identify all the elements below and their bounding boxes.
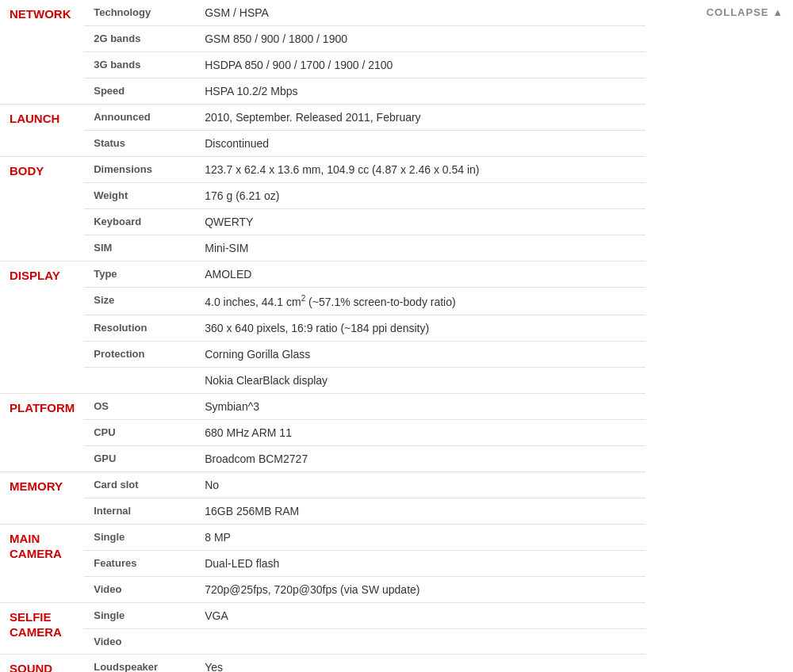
section-label-selfie-camera: SELFIE CAMERA (0, 602, 84, 654)
row-label: Resolution (84, 315, 195, 341)
row-value: Discontinued (195, 131, 646, 157)
row-label: Single (84, 602, 195, 628)
row-label: Speed (84, 78, 195, 105)
spec-table: NETWORKTechnologyGSM / HSPACOLLAPSE ▲2G … (0, 0, 793, 672)
row-label: CPU (84, 419, 195, 445)
row-value: Corning Gorilla Glass (195, 341, 646, 367)
row-label: Weight (84, 183, 195, 209)
row-value: Mini-SIM (195, 235, 646, 262)
row-label: Card slot (84, 472, 195, 498)
row-label: Protection (84, 341, 195, 367)
row-label: GPU (84, 445, 195, 472)
row-value: GSM 850 / 900 / 1800 / 1900 (195, 26, 646, 52)
row-value: VGA (195, 602, 646, 628)
section-label-body: BODY (0, 157, 84, 262)
row-label: Keyboard (84, 209, 195, 235)
row-value: HSDPA 850 / 900 / 1700 / 1900 / 2100 (195, 52, 646, 78)
row-value: No (195, 472, 646, 498)
row-value: 123.7 x 62.4 x 13.6 mm, 104.9 cc (4.87 x… (195, 157, 646, 183)
row-label: Video (84, 576, 195, 602)
spec-row: NETWORKTechnologyGSM / HSPACOLLAPSE ▲ (0, 0, 793, 26)
row-label: Video (84, 628, 195, 654)
section-label-main-camera: MAIN CAMERA (0, 524, 84, 602)
row-label: SIM (84, 235, 195, 262)
row-label: Features (84, 550, 195, 576)
row-value: 4.0 inches, 44.1 cm2 (~57.1% screen-to-b… (195, 288, 646, 315)
row-label: 2G bands (84, 26, 195, 52)
row-label: Status (84, 131, 195, 157)
row-value: Nokia ClearBlack display (195, 367, 646, 393)
row-label: Dimensions (84, 157, 195, 183)
row-value: Dual-LED flash (195, 550, 646, 576)
section-label-display: DISPLAY (0, 262, 84, 394)
row-value: QWERTY (195, 209, 646, 235)
row-value: Symbian^3 (195, 393, 646, 419)
row-label: Announced (84, 105, 195, 131)
row-value: AMOLED (195, 262, 646, 288)
collapse-button[interactable]: COLLAPSE ▲ (646, 0, 793, 672)
row-label: Internal (84, 498, 195, 524)
row-value: 176 g (6.21 oz) (195, 183, 646, 209)
row-label: Type (84, 262, 195, 288)
row-value: 720p@25fps, 720p@30fps (via SW update) (195, 576, 646, 602)
row-value: HSPA 10.2/2 Mbps (195, 78, 646, 105)
section-label-memory: MEMORY (0, 472, 84, 524)
row-label: Loudspeaker (84, 654, 195, 672)
section-label-sound: SOUND (0, 654, 84, 672)
row-label: Size (84, 288, 195, 315)
row-label (84, 367, 195, 393)
section-label-platform: PLATFORM (0, 393, 84, 472)
row-value: 16GB 256MB RAM (195, 498, 646, 524)
row-label: Single (84, 524, 195, 550)
row-value: 2010, September. Released 2011, February (195, 105, 646, 131)
section-label-network: NETWORK (0, 0, 84, 105)
row-value: 680 MHz ARM 11 (195, 419, 646, 445)
row-value: Yes (195, 654, 646, 672)
row-value: 8 MP (195, 524, 646, 550)
row-value: Broadcom BCM2727 (195, 445, 646, 472)
section-label-launch: LAUNCH (0, 105, 84, 157)
row-label: Technology (84, 0, 195, 26)
row-label: OS (84, 393, 195, 419)
row-value: GSM / HSPA (195, 0, 646, 26)
row-value: 360 x 640 pixels, 16:9 ratio (~184 ppi d… (195, 315, 646, 341)
row-label: 3G bands (84, 52, 195, 78)
row-value (195, 628, 646, 654)
